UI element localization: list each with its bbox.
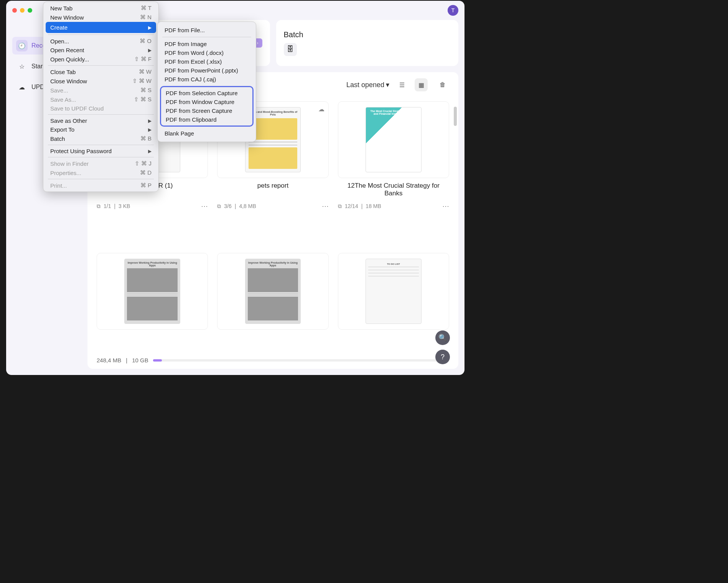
menu-item-export-to[interactable]: Export To▶: [43, 125, 158, 134]
search-fab[interactable]: 🔍: [435, 330, 450, 345]
menu-item-create[interactable]: Create▶: [46, 22, 156, 33]
menu-item-label: Save as Other: [50, 117, 87, 124]
menu-item-protect-using-password[interactable]: Protect Using Password▶: [43, 147, 158, 155]
doc-meta: ⧉ 12/14 | 18 MB ⋯: [338, 202, 449, 210]
menu-item-label: Print...: [50, 182, 67, 189]
submenu-item[interactable]: PDF from Window Capture: [161, 97, 252, 106]
capture-options-highlight: PDF from Selection CapturePDF from Windo…: [160, 86, 254, 127]
chevron-right-icon: ▶: [148, 25, 152, 30]
doc-size: 18 MB: [366, 203, 381, 209]
doc-more-button[interactable]: ⋯: [201, 202, 208, 210]
doc-title: 12The Most Crucial Strategy for Banks: [338, 182, 449, 199]
menu-item-close-tab[interactable]: Close Tab⌘ W: [43, 67, 158, 76]
menu-item-label: Properties...: [50, 170, 81, 176]
submenu-item[interactable]: PDF from Selection Capture: [161, 89, 252, 97]
menu-item-batch[interactable]: Batch⌘ B: [43, 134, 158, 143]
storage-total: 10 GB: [132, 357, 148, 363]
menu-item-new-tab[interactable]: New Tab⌘ T: [43, 3, 158, 13]
document-tile[interactable]: The Most Crucial Strategy for Banks and …: [338, 101, 449, 244]
menu-item-close-window[interactable]: Close Window⇧ ⌘ W: [43, 76, 158, 86]
menu-shortcut: ⌘ P: [140, 182, 152, 189]
trash-button[interactable]: 🗑: [436, 78, 449, 91]
menu-item-print: Print...⌘ P: [43, 181, 158, 190]
menu-item-save-as: Save As...⇧ ⌘ S: [43, 95, 158, 104]
menu-item-label: New Tab: [50, 5, 72, 12]
submenu-item[interactable]: PDF from Clipboard: [161, 115, 252, 124]
doc-thumbnail: Improve Working Productivity in Using Ap…: [217, 253, 328, 330]
star-icon: ☆: [16, 61, 28, 72]
menu-item-label: Close Tab: [50, 69, 76, 75]
create-submenu: PDF from File... PDF from ImagePDF from …: [157, 21, 256, 142]
floating-buttons: 🔍 ?: [435, 330, 450, 364]
document-tile[interactable]: Improve Working Productivity in Using Ap…: [217, 253, 328, 363]
menu-item-properties: Properties...⌘ D: [43, 168, 158, 177]
list-view-button[interactable]: ☰: [395, 78, 408, 91]
menu-item-open[interactable]: Open...⌘ O: [43, 36, 158, 46]
submenu-item[interactable]: PDF from Word (.docx): [158, 48, 256, 57]
submenu-item[interactable]: PDF from Excel (.xlsx): [158, 57, 256, 66]
menu-item-save-to-updf-cloud: Save to UPDF Cloud: [43, 104, 158, 113]
chevron-right-icon: ▶: [148, 48, 152, 53]
menu-item-label: Batch: [50, 135, 65, 142]
doc-more-button[interactable]: ⋯: [322, 202, 329, 210]
menu-item-new-window[interactable]: New Window⌘ N: [43, 13, 158, 22]
document-tile[interactable]: TO DO LIST: [338, 253, 449, 363]
clock-icon: 🕘: [16, 40, 28, 51]
doc-pages: 3/6: [224, 203, 231, 209]
menu-item-label: New Window: [50, 14, 84, 21]
sort-label: Last opened: [346, 81, 384, 89]
menu-item-save: Save...⌘ S: [43, 86, 158, 95]
grid-view-button[interactable]: ▦: [415, 78, 428, 91]
menu-shortcut: ⌘ N: [140, 14, 152, 21]
cloud-icon: ☁: [318, 106, 324, 113]
doc-more-button[interactable]: ⋯: [442, 202, 449, 210]
doc-size: 3 KB: [119, 203, 130, 209]
menu-item-label: Close Window: [50, 78, 87, 84]
close-window-button[interactable]: [12, 8, 17, 13]
menu-item-show-in-finder: Show in Finder⇧ ⌘ J: [43, 159, 158, 168]
submenu-item[interactable]: PDF from CAJ (.caj): [158, 75, 256, 84]
maximize-window-button[interactable]: [28, 8, 32, 13]
storage-used: 248,4 MB: [97, 357, 121, 363]
sort-dropdown[interactable]: Last opened ▾: [346, 81, 389, 89]
menu-item-label: Open Quickly...: [50, 56, 89, 63]
doc-size: 4,8 MB: [239, 203, 256, 209]
menu-item-label: Open Recent: [50, 47, 84, 53]
storage-fill: [153, 359, 162, 362]
doc-thumbnail: Improve Working Productivity in Using Ap…: [97, 253, 208, 330]
scrollbar-thumb[interactable]: [454, 107, 457, 126]
menu-item-label: Save...: [50, 87, 68, 94]
minimize-window-button[interactable]: [20, 8, 25, 13]
batch-card[interactable]: Batch 🗄: [276, 20, 459, 66]
storage-bar: 248,4 MB | 10 GB: [97, 357, 449, 363]
help-fab[interactable]: ?: [435, 350, 450, 364]
window-controls: [12, 8, 32, 13]
menu-shortcut: ⌘ T: [141, 5, 152, 12]
menu-item-label: Protect Using Password: [50, 148, 112, 154]
submenu-item[interactable]: PDF from PowerPoint (.pptx): [158, 66, 256, 75]
document-tile[interactable]: Improve Working Productivity in Using Ap…: [97, 253, 208, 363]
file-menu: New Tab⌘ TNew Window⌘ NCreate▶Open...⌘ O…: [43, 2, 159, 192]
menu-item-open-recent[interactable]: Open Recent▶: [43, 46, 158, 55]
cloud-icon: ☁: [16, 81, 28, 93]
submenu-item[interactable]: PDF from Image: [158, 40, 256, 48]
menu-shortcut: ⇧ ⌘ W: [132, 78, 152, 84]
chevron-right-icon: ▶: [148, 127, 152, 132]
menu-item-label: Export To: [50, 126, 74, 133]
menu-item-save-as-other[interactable]: Save as Other▶: [43, 116, 158, 125]
menu-shortcut: ⌘ O: [140, 38, 152, 45]
menu-shortcut: ⌘ W: [139, 68, 152, 75]
doc-pages: 12/14: [345, 203, 358, 209]
doc-meta: ⧉ 3/6 | 4,8 MB ⋯: [217, 202, 328, 210]
user-avatar[interactable]: T: [448, 5, 458, 16]
pages-icon: ⧉: [338, 203, 342, 210]
menu-item-label: Open...: [50, 38, 69, 45]
menu-shortcut: ⇧ ⌘ J: [135, 160, 152, 167]
menu-item-open-quickly[interactable]: Open Quickly...⇧ ⌘ F: [43, 55, 158, 64]
pages-icon: ⧉: [217, 203, 221, 210]
submenu-item[interactable]: PDF from Screen Capture: [161, 106, 252, 115]
submenu-blank-page[interactable]: Blank Page: [158, 129, 256, 138]
menu-item-label: Create: [50, 24, 68, 31]
submenu-pdf-from-file[interactable]: PDF from File...: [158, 26, 256, 35]
menu-shortcut: ⇧ ⌘ S: [134, 96, 152, 103]
